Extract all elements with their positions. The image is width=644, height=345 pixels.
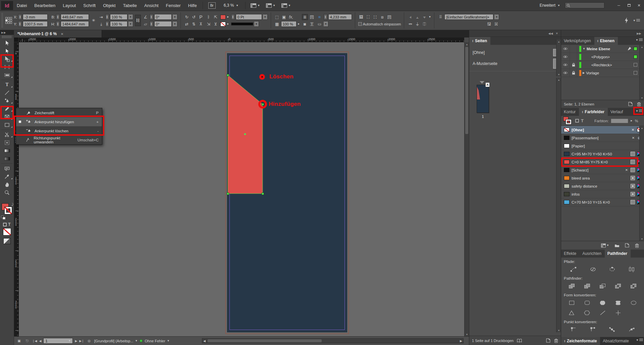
menu-item-zeichenstift[interactable]: Zeichenstift P <box>16 108 102 117</box>
trash-icon[interactable] <box>554 338 558 343</box>
swatches-panel-menu-button[interactable]: ▼ <box>636 110 643 113</box>
drop-shadow-icon[interactable]: ▣ <box>281 14 287 20</box>
select-last-icon[interactable]: ⊻ <box>213 21 219 27</box>
scale-x-spinner[interactable]: ▲▼ <box>105 14 109 20</box>
textwrap-none-button[interactable]: ≣ <box>302 14 308 20</box>
rotate-cw-button[interactable]: ↻ <box>184 14 190 20</box>
search-input[interactable] <box>565 2 604 8</box>
shear-spinner[interactable]: ▲▼ <box>150 21 153 27</box>
menu-item-ankerpunkt-loeschen[interactable]: Ankerpunkt löschen - <box>16 126 102 135</box>
opacity-field[interactable]: 100 % <box>281 21 297 27</box>
trash-icon[interactable] <box>635 243 639 248</box>
vertical-ruler[interactable]: 0 500 1000 1500 2000 2500 3000 <box>14 42 19 336</box>
scroll-right-icon[interactable]: ▶ <box>460 339 462 343</box>
stroke-color-swatch[interactable] <box>220 22 226 26</box>
horizontal-scrollbar[interactable]: ◀ ▶ <box>202 338 464 343</box>
scale-x-field[interactable]: 100 % <box>110 14 127 20</box>
opacity-flyout-arrow[interactable]: ▼ <box>297 23 300 25</box>
flip-horizontal-button[interactable]: ⇄ <box>184 21 190 27</box>
rotate-ccw-button[interactable]: ↺ <box>191 14 197 20</box>
workspace-switcher[interactable]: Erweitert ▼ <box>540 3 560 8</box>
convert-to-triangle-button[interactable] <box>564 308 579 317</box>
align-flyout-arrow[interactable]: ▼ <box>428 15 431 18</box>
swatch-row-cmyk-cyan[interactable]: C=70 M=10 Y=15 K=0 <box>561 198 644 206</box>
quick-apply-lightning-icon[interactable] <box>624 17 629 23</box>
fill-flyout-arrow[interactable]: ▼ <box>226 16 229 18</box>
gap-tool[interactable] <box>0 63 14 71</box>
selection-tool[interactable] <box>0 39 14 47</box>
stroke-weight-dropdown[interactable]: ▼ <box>263 14 268 20</box>
fit-content-prop-button[interactable]: 🖽 <box>358 14 364 20</box>
reference-point-selector[interactable] <box>5 17 12 24</box>
convert-to-inverse-rounded-button[interactable] <box>610 298 626 307</box>
stroke-flyout-arrow[interactable]: ▼ <box>226 23 229 25</box>
flip-vertical-button[interactable]: ⇅ <box>191 21 197 27</box>
eyedropper-tool[interactable] <box>0 172 14 181</box>
scroll-down-icon[interactable]: ▼ <box>465 332 469 336</box>
scale-y-dropdown[interactable]: ▼ <box>128 21 133 27</box>
exclude-overlap-button[interactable] <box>610 282 626 290</box>
master-page-a[interactable]: A-Musterseite <box>469 58 561 70</box>
horizontal-scroll-thumb[interactable] <box>208 339 322 342</box>
fill-stroke-proxy-small[interactable] <box>563 117 573 125</box>
reverse-path-button[interactable] <box>622 265 641 274</box>
height-spinner[interactable]: ▲▼ <box>56 21 60 27</box>
visibility-eye-icon[interactable] <box>561 61 570 69</box>
select-next-icon[interactable]: ⇲ <box>206 21 212 27</box>
fit-frame-to-content-button[interactable]: 回 <box>386 14 392 20</box>
select-container-icon[interactable]: ᛒ <box>206 14 212 20</box>
stroke-style-dropdown[interactable]: ▼ <box>254 21 259 27</box>
object-effects-icon[interactable]: ⬚ <box>274 14 280 20</box>
convert-to-beveled-rectangle-button[interactable] <box>595 298 610 307</box>
next-page-button[interactable]: ▶ <box>75 339 77 343</box>
pencil-tool[interactable] <box>0 105 14 113</box>
y-spinner[interactable]: ▲▼ <box>18 21 22 27</box>
scale-y-field[interactable]: 100 % <box>110 21 127 27</box>
x-spinner[interactable]: ▲▼ <box>18 14 22 20</box>
selection-indicator[interactable] <box>634 63 637 67</box>
object-style-field[interactable]: [Einfacher Grafikrahmen]+ <box>444 14 493 20</box>
free-transform-tool[interactable] <box>0 139 14 147</box>
swatch-row-safety-distance[interactable]: safety distance <box>561 182 644 190</box>
stroke-style-preview[interactable] <box>231 22 253 25</box>
x-field[interactable]: -3 mm <box>23 14 48 20</box>
formatting-affects-text-button[interactable]: T <box>581 118 584 123</box>
convert-to-line-button[interactable] <box>595 308 610 317</box>
screen-mode-button[interactable] <box>3 238 11 244</box>
last-page-button[interactable]: ▶❘ <box>79 339 84 343</box>
subtract-shapes-button[interactable] <box>579 282 595 290</box>
distribute-left-button[interactable]: ⏛ <box>407 21 413 27</box>
ruler-corner[interactable] <box>14 38 19 42</box>
tab-farbfelder[interactable]: ▲▼ Farbfelder <box>579 108 608 116</box>
menu-item-ankerpunkt-hinzufuegen[interactable]: Ankerpunkt hinzufügen + <box>16 117 102 126</box>
layers-scrollbar[interactable]: ▲▼ <box>639 45 644 100</box>
layers-panel-menu-button[interactable]: ▼ <box>636 39 643 42</box>
selection-indicator[interactable] <box>634 55 637 59</box>
vertical-scrollbar[interactable]: ▲ ▼ <box>464 42 469 336</box>
tint-slider[interactable] <box>611 119 628 123</box>
styles-panel-menu-button[interactable]: ▼ <box>636 339 643 342</box>
open-path-button[interactable] <box>583 265 603 274</box>
formatting-affects-container-button[interactable] <box>3 223 7 226</box>
new-swatch-icon[interactable] <box>625 243 629 248</box>
corner-radius-field[interactable]: 4,233 mm <box>328 14 352 20</box>
new-page-icon[interactable] <box>546 338 550 343</box>
convert-to-polygon-button[interactable] <box>579 308 595 317</box>
tab-zeichenformate[interactable]: ▲▼ Zeichenformate <box>561 337 600 345</box>
menu-schrift[interactable]: Schrift <box>79 0 99 11</box>
smooth-point-button[interactable] <box>603 325 622 334</box>
polygon-shape[interactable] <box>19 42 464 336</box>
stroke-weight-spinner[interactable]: ▲▼ <box>231 14 235 20</box>
object-name[interactable]: <Rechteck> <box>583 63 634 67</box>
stroke-proxy-swatch[interactable] <box>5 207 12 214</box>
height-field[interactable]: 1484,647 mm <box>61 21 89 27</box>
lock-icon[interactable] <box>570 69 577 77</box>
visibility-eye-icon[interactable] <box>561 45 570 53</box>
hand-tool[interactable] <box>0 181 14 189</box>
zoom-tool-dropdown[interactable]: ▼ <box>251 3 260 8</box>
direct-selection-tool[interactable] <box>0 47 14 55</box>
page-number-field[interactable]: 1 ▼ <box>43 338 73 344</box>
scroll-up-icon[interactable]: ▲ <box>465 42 469 46</box>
close-button[interactable]: ✕ <box>634 2 644 9</box>
rotation-dropdown[interactable]: ▼ <box>173 14 177 20</box>
